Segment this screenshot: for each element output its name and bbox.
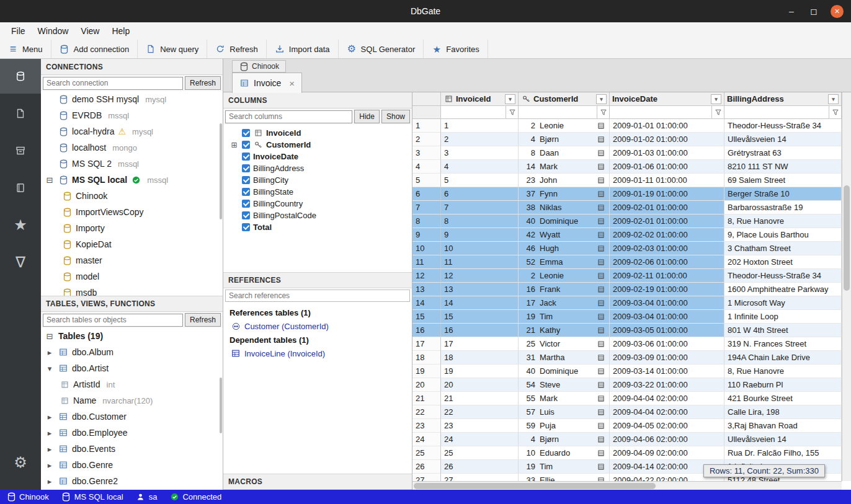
cell-invoicedate[interactable]: 2009-04-04 02:00:00 (610, 392, 724, 405)
database-item-importy[interactable]: Importy (41, 220, 223, 236)
cell-invoiceid[interactable]: 8 (441, 214, 519, 228)
cell-customerid[interactable]: 55Mark (519, 392, 610, 405)
cell-customerid[interactable]: 40Dominique (519, 214, 610, 228)
cell-invoicedate[interactable]: 2009-02-02 01:00:00 (610, 228, 724, 242)
database-item-model[interactable]: model (41, 268, 223, 285)
cell-customerid[interactable]: 59Puja (519, 419, 610, 433)
cell-billingaddress[interactable]: 9, Place Louis Barthou (724, 228, 842, 242)
cell-billingaddress[interactable]: 194A Chain Lake Drive (724, 351, 842, 365)
database-item-importviewscopy[interactable]: ImportViewsCopy (41, 204, 223, 220)
activity-history-button[interactable] (0, 170, 41, 205)
cell-invoiceid[interactable]: 24 (441, 433, 519, 446)
cell-invoiceid[interactable]: 6 (441, 187, 519, 201)
chevron-down-icon[interactable]: ▾ (45, 364, 55, 373)
cell-customerid[interactable]: 10Eduardo (519, 446, 610, 460)
cell-invoiceid[interactable]: 23 (441, 419, 519, 433)
cell-billingaddress[interactable]: 1 Infinite Loop (724, 310, 842, 324)
tab-close-icon[interactable]: × (289, 78, 295, 89)
cell-billingaddress[interactable]: 1600 Amphitheatre Parkway (724, 283, 842, 296)
cell-invoiceid[interactable]: 3 (441, 146, 519, 160)
cell-billingaddress[interactable]: Calle Lira, 198 (724, 405, 842, 419)
row-number[interactable]: 3 (412, 146, 441, 160)
cell-billingaddress[interactable]: Theodor-Heuss-Straße 34 (724, 269, 842, 283)
row-number[interactable]: 18 (412, 351, 441, 365)
statusbar-chinook[interactable]: Chinook (0, 492, 55, 502)
row-number[interactable]: 25 (412, 446, 441, 460)
row-number[interactable]: 26 (412, 460, 441, 474)
connection-item-local-hydra[interactable]: local-hydra⚠mysql (41, 123, 223, 139)
menu-window[interactable]: Window (32, 26, 75, 36)
filter-funnel-button[interactable] (829, 106, 841, 118)
cell-billingaddress[interactable]: 3,Raj Bhavan Road (724, 419, 842, 433)
macros-panel-header[interactable]: MACROS (223, 474, 412, 490)
cell-customerid[interactable]: 19Tim (519, 310, 610, 324)
tab-invoice[interactable]: Invoice × (232, 73, 302, 93)
cell-customerid[interactable]: 14Mark (519, 160, 610, 174)
cell-invoicedate[interactable]: 2009-04-06 02:00:00 (610, 433, 724, 446)
checkbox-checked-icon[interactable] (242, 188, 250, 196)
cell-invoicedate[interactable]: 2009-03-09 01:00:00 (610, 351, 724, 365)
cell-invoicedate[interactable]: 2009-04-04 02:00:00 (610, 405, 724, 419)
checkbox-checked-icon[interactable] (242, 223, 250, 231)
activity-connections-button[interactable] (0, 59, 41, 94)
filter-input-billingaddress[interactable] (724, 106, 829, 118)
cell-invoicedate[interactable]: 2009-03-06 01:00:00 (610, 337, 724, 351)
row-number[interactable]: 13 (412, 283, 441, 296)
connection-item-ms-sql-local[interactable]: ⊟MS SQL localmssql (41, 172, 223, 188)
row-number[interactable]: 23 (412, 419, 441, 433)
row-number[interactable]: 11 (412, 255, 441, 269)
tables-search-input[interactable] (43, 314, 183, 327)
row-number[interactable]: 17 (412, 337, 441, 351)
cell-invoiceid[interactable]: 25 (441, 446, 519, 460)
cell-invoicedate[interactable]: 2009-03-22 01:00:00 (610, 378, 724, 392)
toolbar-menu-button[interactable]: ≡Menu (0, 40, 51, 58)
row-number[interactable]: 24 (412, 433, 441, 446)
row-number[interactable]: 6 (412, 187, 441, 201)
cell-invoicedate[interactable]: 2009-02-11 01:00:00 (610, 269, 724, 283)
close-icon[interactable]: × (831, 5, 844, 18)
cell-customerid[interactable]: 4Bjørn (519, 133, 610, 146)
row-number[interactable]: 2 (412, 133, 441, 146)
activity-query-history-button[interactable]: ∇ (0, 245, 41, 280)
activity-archive-button[interactable] (0, 133, 41, 168)
table-item-dbo-artist[interactable]: ▾dbo.Artist (41, 360, 223, 376)
row-number[interactable]: 21 (412, 392, 441, 405)
database-item-kopiedat[interactable]: KopieDat (41, 236, 223, 252)
collapse-icon[interactable]: ⊟ (45, 175, 55, 185)
horizontal-scrollbar-thumb[interactable] (414, 483, 656, 489)
cell-customerid[interactable]: 17Jack (519, 296, 610, 310)
cell-billingaddress[interactable]: 421 Bourke Street (724, 392, 842, 405)
connection-item-localhost[interactable]: localhostmongo (41, 139, 223, 156)
columns-show-button[interactable]: Show (381, 110, 410, 123)
cell-invoicedate[interactable]: 2009-02-03 01:00:00 (610, 242, 724, 255)
cell-invoicedate[interactable]: 2009-03-05 01:00:00 (610, 324, 724, 337)
checkbox-checked-icon[interactable] (242, 176, 250, 184)
database-item-msdb[interactable]: msdb (41, 285, 223, 296)
cell-customerid[interactable]: 42Wyatt (519, 228, 610, 242)
filter-input-invoicedate[interactable] (610, 106, 711, 118)
row-number[interactable]: 5 (412, 174, 441, 187)
activity-favorites-button[interactable]: ★ (0, 208, 41, 242)
cell-invoiceid[interactable]: 14 (441, 296, 519, 310)
checkbox-checked-icon[interactable] (242, 211, 250, 219)
row-number[interactable]: 10 (412, 242, 441, 255)
connection-item-evrdb[interactable]: EVRDBmssql (41, 107, 223, 123)
cell-customerid[interactable]: 23John (519, 174, 610, 187)
cell-customerid[interactable]: 2Leonie (519, 269, 610, 283)
cell-customerid[interactable]: 4Bjørn (519, 433, 610, 446)
row-number[interactable]: 20 (412, 378, 441, 392)
cell-invoicedate[interactable]: 2009-01-02 01:00:00 (610, 133, 724, 146)
toolbar-import-data-button[interactable]: Import data (267, 40, 339, 58)
row-number[interactable]: 9 (412, 228, 441, 242)
connection-item-demo-ssh-mysql[interactable]: demo SSH mysqlmysql (41, 91, 223, 107)
cell-invoiceid[interactable]: 11 (441, 255, 519, 269)
chevron-right-icon[interactable]: ▸ (45, 412, 55, 422)
cell-invoiceid[interactable]: 20 (441, 378, 519, 392)
filter-funnel-button[interactable] (597, 106, 609, 118)
cell-invoiceid[interactable]: 10 (441, 242, 519, 255)
cell-customerid[interactable]: 19Tim (519, 460, 610, 474)
tab-group-chinook[interactable]: Chinook (232, 60, 286, 73)
horizontal-scrollbar[interactable] (412, 481, 842, 490)
references-search-input[interactable] (225, 290, 410, 302)
cell-billingaddress[interactable]: Rua Dr. Falcão Filho, 155 (724, 446, 842, 460)
